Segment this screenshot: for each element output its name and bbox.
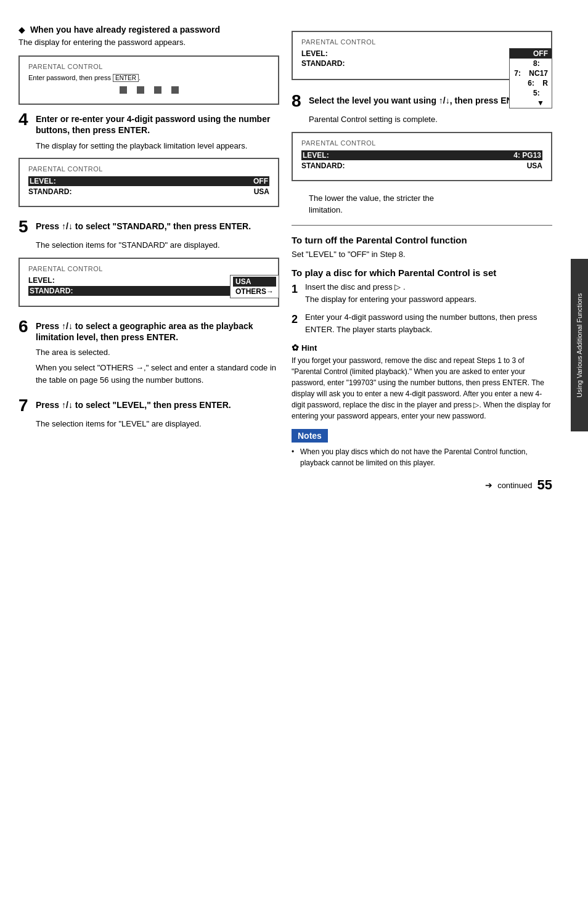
play-disc-content2: Enter your 4-digit password using the nu…	[305, 311, 552, 335]
side-tab: Using Various Additional Functions	[571, 259, 588, 431]
step8-result-screen-title: PARENTAL CONTROL	[301, 139, 542, 147]
step8-num: 8	[292, 92, 304, 110]
step6-desc1: The area is selected.	[36, 346, 279, 359]
enter-button-label: ENTER	[113, 74, 139, 82]
step8-result-row2-value: USA	[527, 161, 542, 170]
left-column: ◆ When you have already registered a pas…	[18, 25, 279, 889]
step8-result-row1-value: 4: PG13	[513, 151, 541, 160]
step8-dd-item-6: 6:R	[510, 78, 552, 88]
play-disc-num2: 2	[292, 311, 300, 335]
step4-row2-value: USA	[254, 187, 269, 196]
step8-dd-arrow: ▼	[510, 98, 552, 108]
step8-dropdown: OFF 8: 7:NC17 6:R 5: ▼	[509, 48, 552, 108]
step4-num: 4	[18, 111, 31, 128]
step4-row1-value: OFF	[253, 177, 268, 186]
step4-header: 4 Enter or re-enter your 4-digit passwor…	[18, 111, 279, 136]
notes-box: Notes When you play discs which do not h…	[292, 429, 552, 468]
step8-result-row2: STANDARD: USA	[301, 161, 542, 170]
step5-row1-label: LEVEL:	[28, 276, 55, 285]
dot3	[154, 86, 161, 94]
step8-dd-item-7: 7:NC17	[510, 68, 552, 78]
password-header-subtitle: The display for entering the password ap…	[18, 37, 279, 48]
step5-row2-label: STANDARD:	[30, 287, 73, 295]
notes-content: When you play discs which do not have th…	[292, 446, 552, 468]
step8-desc: Parental Control setting is complete.	[309, 113, 552, 126]
step6-header: 6 Press ↑/↓ to select a geographic area …	[18, 318, 279, 343]
step8-result-row1-label: LEVEL:	[303, 151, 329, 160]
step4-desc: The display for setting the playback lim…	[36, 140, 279, 152]
notes-item-1: When you play discs which do not have th…	[292, 446, 552, 468]
step8-dd-item-8: 8:	[510, 59, 552, 68]
step5-num: 5	[18, 218, 31, 235]
play-disc-num1: 1	[292, 281, 300, 305]
screen-enter-password: PARENTAL CONTROL Enter password, then pr…	[18, 55, 279, 105]
right-column: PARENTAL CONTROL LEVEL: OFF STANDARD: OF…	[292, 25, 552, 889]
dot2	[137, 86, 144, 94]
dot1	[120, 86, 127, 94]
step4-screen: PARENTAL CONTROL LEVEL: OFF STANDARD: US…	[18, 158, 279, 207]
step5-dd-label2: OTHERS→	[235, 287, 274, 296]
step6-title: Press ↑/↓ to select a geographic area as…	[36, 318, 279, 343]
hint-section: ✿ Hint If you forget your password, remo…	[292, 343, 552, 422]
step7-header: 7 Press ↑/↓ to select "LEVEL," then pres…	[18, 397, 279, 414]
step8-result-row1: LEVEL: 4: PG13	[301, 150, 542, 160]
step8-dd-item-off: OFF	[510, 49, 552, 59]
step5-dd-label1: USA	[235, 277, 251, 286]
step8-dd-row1-label: LEVEL:	[301, 49, 328, 58]
step4-row1: LEVEL: OFF	[28, 176, 269, 186]
step8-dd-row2: STANDARD: OFF	[301, 59, 542, 68]
play-disc-heading: To play a disc for which Parental Contro…	[292, 267, 552, 279]
step8-dd-item-5: 5:	[510, 88, 552, 98]
hint-text: If you forget your password, remove the …	[292, 355, 552, 422]
password-header-title: When you have already registered a passw…	[30, 25, 220, 35]
hint-title: ✿ Hint	[292, 343, 552, 353]
step-7: 7 Press ↑/↓ to select "LEVEL," then pres…	[18, 397, 279, 430]
step7-num: 7	[18, 397, 31, 414]
step8-screen-wrapper: PARENTAL CONTROL LEVEL: OFF STANDARD: OF…	[292, 31, 552, 80]
step8-title: Select the level you want using ↑/↓, the…	[309, 92, 533, 106]
step8-result-row2-label: STANDARD:	[301, 161, 345, 170]
step8-dd-screen-title: PARENTAL CONTROL	[301, 38, 542, 46]
page-number: 55	[537, 477, 552, 493]
step8-result-screen: PARENTAL CONTROL LEVEL: 4: PG13 STANDARD…	[292, 132, 552, 181]
play-disc-item-1: 1 Insert the disc and press ▷ . The disp…	[292, 281, 552, 305]
notes-heading: Notes	[292, 429, 328, 443]
play-disc-list: 1 Insert the disc and press ▷ . The disp…	[292, 281, 552, 335]
step-5: 5 Press ↑/↓ to select "STANDARD," then p…	[18, 218, 279, 307]
step5-header: 5 Press ↑/↓ to select "STANDARD," then p…	[18, 218, 279, 235]
step5-dropdown: USA OTHERS→	[230, 275, 279, 298]
step4-title: Enter or re-enter your 4-digit password …	[36, 111, 279, 136]
turn-off-desc: Set "LEVEL" to "OFF" in Step 8.	[292, 248, 552, 261]
footer-arrow: ➔	[485, 480, 492, 490]
notes-item-1-text: When you play discs which do not have th…	[300, 446, 552, 468]
step8-dd-row2-label: STANDARD:	[301, 59, 345, 68]
step-6: 6 Press ↑/↓ to select a geographic area …	[18, 318, 279, 386]
dot4	[171, 86, 179, 94]
step8-dd-row1: LEVEL: OFF	[301, 49, 542, 58]
divider1	[292, 225, 552, 226]
screen1-enter-text: Enter password, then press ENTER.	[28, 74, 269, 81]
step4-row2-label: STANDARD:	[28, 187, 71, 196]
password-header: ◆ When you have already registered a pas…	[18, 25, 279, 48]
step7-title: Press ↑/↓ to select "LEVEL," then press …	[36, 397, 231, 410]
step5-title: Press ↑/↓ to select "STANDARD," then pre…	[36, 218, 251, 232]
step6-num: 6	[18, 318, 31, 335]
hint-icon: ✿	[292, 343, 299, 353]
play-disc-content1: Insert the disc and press ▷ . The displa…	[305, 281, 476, 305]
play-icon-1: ▷	[394, 282, 401, 292]
footer: ➔ continued 55	[292, 477, 552, 493]
screen1-title: PARENTAL CONTROL	[28, 63, 269, 70]
step-4: 4 Enter or re-enter your 4-digit passwor…	[18, 111, 279, 207]
footer-continued: continued	[497, 481, 532, 490]
step5-screen-wrapper: PARENTAL CONTROL LEVEL: OFF STANDARD: US…	[18, 258, 279, 307]
step4-row1-label: LEVEL:	[30, 177, 56, 186]
step5-dd-item2: OTHERS→	[233, 287, 276, 296]
step5-desc: The selection items for "STANDARD" are d…	[36, 239, 279, 251]
step6-desc2: When you select "OTHERS →," select and e…	[36, 362, 279, 386]
step4-row2: STANDARD: USA	[28, 187, 269, 196]
password-dots	[28, 86, 269, 94]
turn-off-heading: To turn off the Parental Control functio…	[292, 234, 552, 247]
step5-screen-title: PARENTAL CONTROL	[28, 265, 269, 272]
play-disc-item-2: 2 Enter your 4-digit password using the …	[292, 311, 552, 335]
lower-text: The lower the value, the stricter the li…	[309, 192, 552, 216]
